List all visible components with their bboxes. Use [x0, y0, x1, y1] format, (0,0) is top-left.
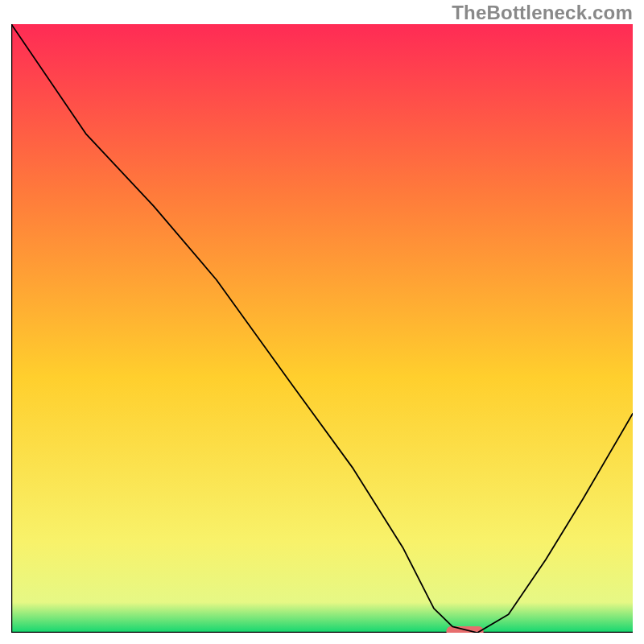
watermark-text: TheBottleneck.com [452, 2, 633, 24]
bottleneck-chart [11, 24, 633, 633]
chart-background [11, 24, 633, 633]
